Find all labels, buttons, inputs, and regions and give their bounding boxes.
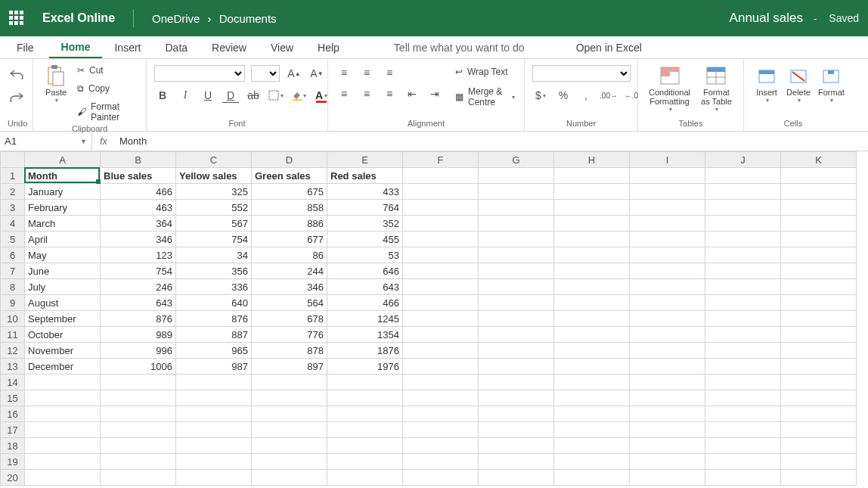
cell-A12[interactable]: November bbox=[25, 343, 101, 359]
tab-review[interactable]: Review bbox=[200, 36, 259, 58]
strikethrough-button[interactable]: ab bbox=[245, 88, 262, 103]
cell-F3[interactable] bbox=[403, 200, 479, 216]
cell-H17[interactable] bbox=[554, 422, 630, 438]
cut-button[interactable]: ✂Cut bbox=[76, 64, 138, 77]
italic-button[interactable]: I bbox=[177, 88, 194, 103]
cell-E14[interactable] bbox=[327, 375, 403, 390]
cell-A19[interactable] bbox=[25, 454, 101, 470]
cell-G14[interactable] bbox=[479, 375, 554, 390]
cell-H2[interactable] bbox=[554, 184, 630, 200]
cell-D16[interactable] bbox=[252, 406, 327, 422]
cell-K5[interactable] bbox=[781, 232, 857, 247]
cell-H6[interactable] bbox=[554, 247, 630, 263]
cell-B16[interactable] bbox=[101, 406, 176, 422]
cell-C5[interactable]: 754 bbox=[176, 232, 252, 247]
cell-D8[interactable]: 346 bbox=[252, 279, 327, 295]
cell-A11[interactable]: October bbox=[25, 327, 101, 343]
cell-F12[interactable] bbox=[403, 343, 479, 359]
cell-H16[interactable] bbox=[554, 406, 630, 422]
cell-A15[interactable] bbox=[25, 390, 101, 406]
cell-J1[interactable] bbox=[705, 168, 781, 184]
bold-button[interactable]: B bbox=[154, 88, 171, 103]
cell-K17[interactable] bbox=[781, 422, 857, 438]
cell-K16[interactable] bbox=[781, 406, 857, 422]
row-header-8[interactable]: 8 bbox=[1, 279, 25, 295]
cell-B9[interactable]: 643 bbox=[101, 295, 176, 311]
cell-H1[interactable] bbox=[554, 168, 630, 184]
cell-J18[interactable] bbox=[705, 438, 781, 454]
cell-B14[interactable] bbox=[101, 375, 176, 390]
document-title[interactable]: Annual sales bbox=[730, 11, 803, 26]
tab-home[interactable]: Home bbox=[49, 36, 103, 58]
cell-J16[interactable] bbox=[705, 406, 781, 422]
cell-H3[interactable] bbox=[554, 200, 630, 216]
cell-E5[interactable]: 455 bbox=[327, 232, 403, 247]
cell-J13[interactable] bbox=[705, 359, 781, 375]
cell-F4[interactable] bbox=[403, 216, 479, 232]
cell-E3[interactable]: 764 bbox=[327, 200, 403, 216]
cell-D13[interactable]: 897 bbox=[252, 359, 327, 375]
cell-I1[interactable] bbox=[630, 168, 705, 184]
cell-J7[interactable] bbox=[705, 263, 781, 279]
cell-C11[interactable]: 887 bbox=[176, 327, 252, 343]
row-header-1[interactable]: 1 bbox=[1, 168, 25, 184]
column-header-F[interactable]: F bbox=[403, 152, 479, 168]
format-painter-button[interactable]: 🖌Format Painter bbox=[76, 100, 138, 124]
cell-I8[interactable] bbox=[630, 279, 705, 295]
cell-C18[interactable] bbox=[176, 438, 252, 454]
cell-C4[interactable]: 567 bbox=[176, 216, 252, 232]
cell-F14[interactable] bbox=[403, 375, 479, 390]
copy-button[interactable]: ⧉Copy bbox=[76, 82, 138, 95]
cell-K4[interactable] bbox=[781, 216, 857, 232]
app-launcher-icon[interactable] bbox=[9, 11, 24, 26]
font-size-select[interactable] bbox=[251, 65, 280, 82]
cell-J6[interactable] bbox=[705, 247, 781, 263]
cell-K6[interactable] bbox=[781, 247, 857, 263]
cell-D20[interactable] bbox=[252, 470, 327, 486]
cell-D17[interactable] bbox=[252, 422, 327, 438]
cell-K11[interactable] bbox=[781, 327, 857, 343]
cell-G4[interactable] bbox=[479, 216, 554, 232]
row-header-19[interactable]: 19 bbox=[1, 454, 25, 470]
number-format-select[interactable] bbox=[532, 65, 631, 82]
align-right-button[interactable]: ≡ bbox=[381, 86, 398, 101]
cell-C3[interactable]: 552 bbox=[176, 200, 252, 216]
row-header-15[interactable]: 15 bbox=[1, 390, 25, 406]
row-header-17[interactable]: 17 bbox=[1, 422, 25, 438]
cell-D7[interactable]: 244 bbox=[252, 263, 327, 279]
cell-B2[interactable]: 466 bbox=[101, 184, 176, 200]
cell-E20[interactable] bbox=[327, 470, 403, 486]
format-as-table-button[interactable]: Formatas Table bbox=[698, 62, 735, 114]
cell-J9[interactable] bbox=[705, 295, 781, 311]
tell-me-search[interactable]: Tell me what you want to do bbox=[382, 36, 537, 58]
cell-E11[interactable]: 1354 bbox=[327, 327, 403, 343]
cell-F15[interactable] bbox=[403, 390, 479, 406]
cell-H18[interactable] bbox=[554, 438, 630, 454]
cell-H8[interactable] bbox=[554, 279, 630, 295]
cell-H15[interactable] bbox=[554, 390, 630, 406]
cell-G6[interactable] bbox=[479, 247, 554, 263]
delete-cells-button[interactable]: Delete bbox=[783, 62, 814, 105]
cell-D2[interactable]: 675 bbox=[252, 184, 327, 200]
cell-C9[interactable]: 640 bbox=[176, 295, 252, 311]
align-bottom-button[interactable]: ≡ bbox=[381, 65, 398, 80]
fx-icon[interactable]: fx bbox=[92, 135, 115, 147]
cell-D6[interactable]: 86 bbox=[252, 247, 327, 263]
formula-input[interactable]: Month bbox=[115, 135, 147, 147]
fill-color-button[interactable] bbox=[290, 88, 307, 103]
tab-file[interactable]: File bbox=[8, 36, 49, 58]
cell-G18[interactable] bbox=[479, 438, 554, 454]
cell-E9[interactable]: 466 bbox=[327, 295, 403, 311]
cell-H10[interactable] bbox=[554, 311, 630, 327]
cell-G9[interactable] bbox=[479, 295, 554, 311]
cell-A20[interactable] bbox=[25, 470, 101, 486]
tab-view[interactable]: View bbox=[259, 36, 305, 58]
cell-B11[interactable]: 989 bbox=[101, 327, 176, 343]
cell-E18[interactable] bbox=[327, 438, 403, 454]
cell-G7[interactable] bbox=[479, 263, 554, 279]
column-header-C[interactable]: C bbox=[176, 152, 252, 168]
cell-H20[interactable] bbox=[554, 470, 630, 486]
cell-K19[interactable] bbox=[781, 454, 857, 470]
cell-B6[interactable]: 123 bbox=[101, 247, 176, 263]
cell-I14[interactable] bbox=[630, 375, 705, 390]
